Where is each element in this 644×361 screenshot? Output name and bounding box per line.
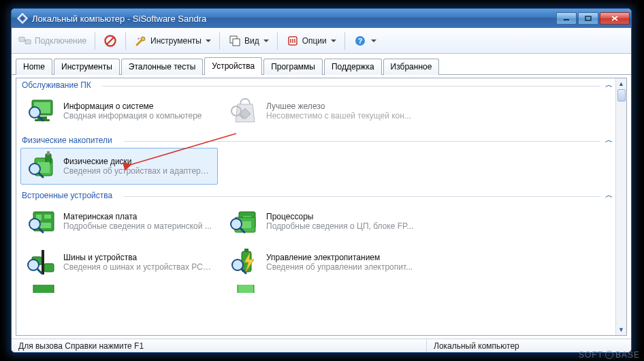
separator bbox=[277, 32, 278, 50]
options-label: Опции bbox=[302, 36, 327, 46]
stop-icon bbox=[103, 34, 117, 48]
tab-support[interactable]: Поддержка bbox=[324, 59, 382, 75]
item-title: Шины и устройства bbox=[63, 253, 213, 262]
toolbar: Подключение Инструменты Вид bbox=[12, 28, 631, 54]
chevron-down-icon bbox=[263, 40, 269, 42]
options-icon bbox=[286, 34, 300, 48]
tools-label: Инструменты bbox=[150, 36, 202, 46]
tools-menu[interactable]: Инструменты bbox=[130, 31, 215, 51]
group-header-maintenance[interactable]: Обслуживание ПК ︿ bbox=[16, 78, 615, 93]
watermark-dot-icon: ◦ bbox=[605, 351, 613, 359]
svg-point-11 bbox=[141, 37, 145, 41]
tabbar: Home Инструменты Эталонные тесты Устройс… bbox=[12, 54, 631, 75]
svg-rect-6 bbox=[19, 37, 25, 41]
tab-favorites[interactable]: Избранное bbox=[383, 59, 440, 75]
battery-magnify-icon bbox=[228, 247, 262, 277]
devices-panel: Обслуживание ПК ︿ Информация о системе С… bbox=[16, 78, 627, 336]
minimize-button[interactable] bbox=[556, 12, 577, 25]
group-header-builtin-devices[interactable]: Встроенные устройства ︿ bbox=[16, 189, 615, 203]
tab-programs[interactable]: Программы bbox=[263, 59, 323, 75]
svg-rect-53 bbox=[244, 249, 248, 252]
separator bbox=[125, 32, 126, 50]
motherboard-magnify-icon bbox=[25, 206, 59, 236]
tab-benchmarks[interactable]: Эталонные тесты bbox=[121, 59, 204, 75]
monitor-magnify-icon bbox=[25, 96, 59, 126]
connection-button[interactable]: Подключение bbox=[14, 31, 91, 51]
tab-home[interactable]: Home bbox=[16, 59, 52, 75]
chevron-down-icon bbox=[371, 40, 376, 42]
item-motherboard[interactable]: Материнская плата Подробные сведения о м… bbox=[20, 203, 218, 240]
separator bbox=[344, 32, 345, 50]
group-header-label: Встроенные устройства bbox=[22, 191, 112, 200]
view-menu[interactable]: Вид bbox=[224, 31, 273, 51]
svg-rect-31 bbox=[47, 151, 50, 155]
chevron-down-icon bbox=[206, 40, 211, 42]
svg-rect-7 bbox=[25, 40, 31, 44]
item-best-hardware[interactable]: Лучшее железо Несовместимо с вашей текущ… bbox=[223, 93, 421, 129]
svg-line-10 bbox=[107, 37, 114, 44]
separator bbox=[95, 32, 95, 50]
tools-icon bbox=[134, 34, 148, 48]
collapse-icon[interactable]: ︿ bbox=[605, 80, 613, 90]
app-icon bbox=[17, 13, 28, 24]
svg-rect-2 bbox=[564, 19, 569, 20]
watermark-b: BASE bbox=[615, 350, 640, 360]
svg-rect-37 bbox=[44, 215, 51, 219]
scroll-thumb[interactable] bbox=[617, 89, 626, 101]
item-processors[interactable]: Процессоры Подробные сведения о ЦП, блок… bbox=[223, 203, 421, 240]
vertical-scrollbar[interactable]: ▲ ▼ bbox=[615, 78, 626, 335]
item-title: Лучшее железо bbox=[266, 101, 411, 111]
group-header-physical-storage[interactable]: Физические накопители ︿ bbox=[16, 134, 615, 148]
stop-button[interactable] bbox=[99, 31, 121, 51]
scroll-up-icon[interactable]: ▲ bbox=[616, 78, 626, 89]
item-desc: Подробные сведения о ЦП, блоке FP... bbox=[266, 221, 414, 231]
tab-devices[interactable]: Устройства bbox=[204, 57, 262, 75]
close-button[interactable] bbox=[600, 12, 630, 25]
item-title: Процессоры bbox=[266, 212, 414, 221]
item-title: Управление электропитанием bbox=[266, 253, 413, 262]
collapse-icon[interactable]: ︿ bbox=[605, 135, 613, 145]
scroll-down-icon[interactable]: ▼ bbox=[616, 324, 626, 335]
view-icon bbox=[228, 34, 242, 48]
item-system-info[interactable]: Информация о системе Сводная информация … bbox=[20, 93, 218, 129]
item-desc: Подробные сведения о материнской ... bbox=[63, 221, 212, 231]
item-physical-disks[interactable]: Физические диски Сведения об устройствах… bbox=[20, 148, 218, 185]
device-icon bbox=[25, 285, 59, 293]
item-title: Физические диски bbox=[63, 157, 213, 166]
item-title: Материнская плата bbox=[63, 212, 212, 221]
collapse-icon[interactable]: ︿ bbox=[605, 190, 613, 200]
item-desc: Сведения об управлении электропит... bbox=[266, 262, 413, 272]
view-label: Вид bbox=[244, 36, 259, 46]
svg-rect-49 bbox=[44, 264, 54, 272]
svg-line-51 bbox=[37, 269, 42, 273]
svg-rect-3 bbox=[585, 16, 591, 20]
help-menu[interactable]: ? bbox=[349, 31, 381, 51]
svg-rect-47 bbox=[42, 250, 44, 274]
options-menu[interactable]: Опции bbox=[282, 31, 340, 51]
status-help: Для вызова Справки нажмите F1 bbox=[12, 339, 427, 352]
svg-text:?: ? bbox=[357, 37, 362, 45]
cpu-magnify-icon bbox=[228, 206, 262, 236]
item-desc: Сведения о шинах и устройствах PCI(... bbox=[63, 262, 213, 272]
item-partial[interactable] bbox=[20, 285, 218, 292]
shopping-bag-icon bbox=[228, 96, 262, 126]
svg-rect-58 bbox=[238, 285, 254, 293]
item-partial[interactable] bbox=[223, 285, 421, 292]
connection-icon bbox=[18, 34, 32, 48]
group-header-label: Обслуживание ПК bbox=[22, 80, 91, 90]
svg-rect-13 bbox=[233, 39, 240, 46]
item-title: Информация о системе bbox=[63, 101, 202, 111]
separator bbox=[219, 32, 220, 50]
item-desc: Несовместимо с вашей текущей кон... bbox=[266, 111, 411, 121]
content-area: Обслуживание ПК ︿ Информация о системе С… bbox=[12, 75, 631, 339]
chevron-down-icon bbox=[331, 40, 336, 42]
item-buses[interactable]: Шины и устройства Сведения о шинах и уст… bbox=[20, 244, 218, 281]
item-power[interactable]: Управление электропитанием Сведения об у… bbox=[223, 244, 421, 281]
app-window: Локальный компьютер - SiSoftware Sandra … bbox=[11, 8, 632, 353]
drive-magnify-icon bbox=[25, 151, 59, 181]
tab-tools[interactable]: Инструменты bbox=[54, 59, 120, 75]
window-title: Локальный компьютер - SiSoftware Sandra bbox=[32, 14, 555, 24]
watermark-a: SOFT bbox=[579, 350, 603, 360]
chip-icon bbox=[228, 285, 262, 293]
maximize-button[interactable] bbox=[578, 12, 598, 25]
